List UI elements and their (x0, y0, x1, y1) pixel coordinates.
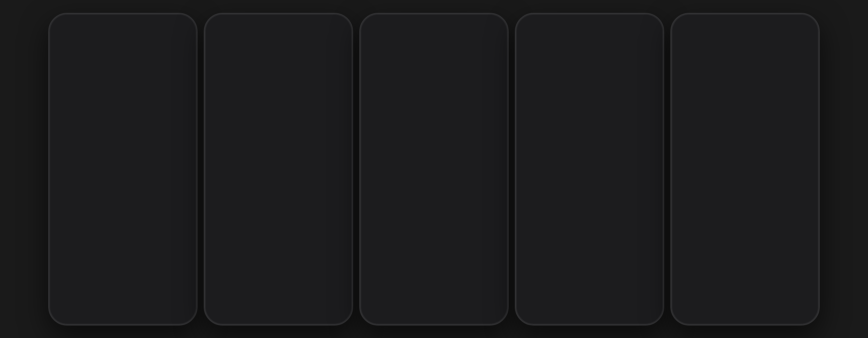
youtube-button-2[interactable]: YouTube (214, 170, 251, 182)
status-icons-3: 📶 (471, 23, 494, 28)
wifi-icon-5: 📶 (790, 23, 796, 28)
done-button-4[interactable]: Done (638, 33, 653, 40)
screen-header-4: Screen (527, 214, 652, 228)
battery-level-value-4: 82% (527, 154, 652, 160)
video-info-2-3: iOS and iPadOS 13: The MacStories Review… (368, 187, 500, 206)
heart-icon-1: ❤️ (59, 179, 65, 185)
processors-value-4: 6 of 6 active (527, 104, 652, 110)
cancel-button-3[interactable]: Cancel (371, 33, 390, 40)
file-name-1: IMG_3995.jpeg (59, 146, 187, 153)
signal-bars-2 (316, 24, 322, 28)
battery-level-row-4: Battery Level 82% (527, 149, 652, 160)
video-thumbnail-2-3 (368, 132, 500, 187)
apple-button-2[interactable]: Apple (254, 170, 283, 182)
nav-bar-4: Cancel Device Report Done (520, 30, 659, 44)
signal-bars-5 (782, 24, 788, 28)
divider-4-8 (527, 196, 652, 196)
done-button-5[interactable]: Done (793, 33, 808, 40)
artist-name-2: SG Lewis (214, 159, 343, 165)
orientation-label-4: Orientation (527, 181, 652, 186)
video-info-row-2-3: iOS and iPadOS 13: The MacStories Review… (373, 191, 495, 203)
status-time-5: 9:41 (685, 23, 696, 29)
status-time-1: 9:41 (63, 23, 74, 29)
battery-fill-2 (332, 24, 338, 27)
video-text-2-3: iOS and iPadOS 13: The MacStories Review… (373, 191, 495, 203)
chevron-icon-2-3: › (490, 193, 491, 200)
objects-heat-map-title-5: Objects Heat Map (675, 44, 815, 62)
wifi-icon-2: 📶 (324, 23, 329, 28)
nav-bar-2: Cancel Preview Done (209, 30, 348, 44)
cancel-button-4[interactable]: Cancel (527, 33, 545, 40)
video-title-1-3: Siri Shortcuts on iOS 13! Everything new… (373, 106, 495, 119)
play-button-1-3[interactable] (426, 67, 442, 83)
home-indicator-5 (724, 316, 766, 318)
motion-row-4: Is In Motion True (527, 198, 652, 209)
processors-row-4: Processors 6 of 6 active (527, 99, 652, 110)
battery-fill-5 (799, 24, 804, 27)
wifi-icon-1: 📶 (168, 23, 174, 28)
meta-device-1: 📷 Apple iPhone X (59, 164, 187, 170)
battery-4 (642, 24, 650, 28)
status-time-2: 9:41 (218, 23, 229, 29)
phone-4: 9:41 📶 Cancel Device Report Done (515, 13, 664, 325)
calendar-icon-1: 📅 (59, 156, 65, 162)
album-overlay-2: Dusk SG LEWIS (209, 109, 348, 145)
video-source-2-3: macstories.net (373, 198, 495, 203)
model-value-4: iPhone 11 Pro (527, 71, 652, 77)
divider-4-1 (527, 80, 652, 80)
status-icons-1: 📶 (160, 23, 183, 28)
map-view-1[interactable]: 📍 San Francisco 101 🗺 Maps GoldenGate (53, 192, 193, 254)
battery-status-value-4: Not charging (Not in low power mode) (527, 171, 652, 176)
nav-title-2: Preview (269, 33, 291, 40)
video-card-2-3[interactable]: iOS and iPadOS 13: The MacStories Review… (368, 132, 500, 206)
signal-bars-3 (471, 24, 477, 28)
orientation-row-4: Orientation Portrait (527, 181, 652, 193)
done-button-1[interactable]: Done (171, 33, 186, 40)
phone-5: 9:41 📶 Cancel Heatmaps Done Objects Heat… (670, 13, 820, 325)
battery-body-2 (331, 24, 339, 28)
notch-3 (408, 18, 460, 28)
nav-bar-3: Cancel Preview Done (364, 30, 504, 44)
notch-1 (97, 18, 149, 28)
meta-date-text-1: 11 Mar 2018 at 21:17 (67, 156, 114, 162)
attention-heat-map-title-5: Attention Heat Map (675, 166, 815, 183)
phone-3-screen: 9:41 📶 Cancel Preview Done (364, 18, 504, 321)
play-triangle-1-3 (432, 72, 438, 79)
hardware-header-4: Hardware (527, 48, 652, 62)
video-card-1-3[interactable]: Siri Shortcuts on iOS 13! Everything new… (368, 47, 500, 128)
battery-3 (486, 24, 494, 28)
nav-title-1: 2 Images (112, 33, 137, 40)
meta-dimensions-1: 📐 4032 × 3024 (59, 172, 187, 177)
battery-fill-4 (643, 24, 649, 27)
biometrics-row-4: Biometrics FaceID (527, 132, 652, 143)
motion-label-4: Is In Motion (527, 198, 652, 203)
done-button-2[interactable]: Done (327, 33, 342, 40)
done-button-3[interactable]: Done (482, 33, 497, 40)
notch-5 (719, 18, 771, 28)
thermal-value-4: Nominal (527, 121, 652, 127)
battery-body-3 (486, 24, 494, 28)
phone-4-screen: 9:41 📶 Cancel Device Report Done (520, 18, 659, 321)
bottom-spacer-3 (364, 210, 504, 231)
divider-4-3 (527, 113, 652, 113)
cancel-button-5[interactable]: Cancel (682, 33, 701, 40)
video-thumbnail-1-3 (368, 47, 500, 103)
battery-status-label-4: Battery Status (527, 165, 652, 170)
notch-2 (252, 18, 304, 28)
chevron-icon-1-3: › (490, 112, 491, 118)
coming-up-section-2: Coming Up SG Lewis YouTube Apple (209, 145, 348, 191)
video-info-row-1-3: Siri Shortcuts on iOS 13! Everything new… (373, 106, 495, 125)
thermal-row-4: Thermal State Nominal (527, 115, 652, 127)
album-title-2: Dusk (214, 113, 343, 135)
model-row-4: Model iPhone 11 Pro (527, 65, 652, 77)
main-image-1: 🌸 🌴 (53, 44, 193, 141)
divider-4-5 (527, 146, 652, 147)
phone-1-screen: 9:41 📶 Cancel 2 Images (53, 18, 193, 321)
status-time-3: 9:41 (374, 23, 385, 29)
ram-row-4: RAM 3.0 GB (527, 82, 652, 93)
camera-icon-1: 📷 (59, 164, 65, 170)
meta-date-1: 📅 11 Mar 2018 at 21:17 (59, 156, 187, 162)
cancel-button-1[interactable]: Cancel (60, 33, 78, 40)
battery-status-row-4: Battery Status Not charging (Not in low … (527, 165, 652, 176)
cancel-button-2[interactable]: Cancel (216, 33, 234, 40)
